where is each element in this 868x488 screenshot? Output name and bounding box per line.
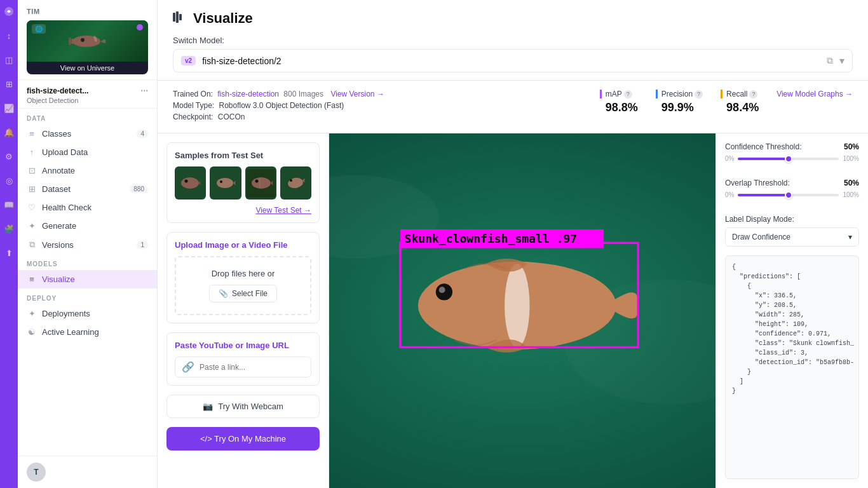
main-content: Visualize Switch Model: v2 fish-size-det… [158, 0, 868, 488]
drop-text: Drop files here or [187, 269, 299, 278]
image-area: Skunk_clownfish_small .97 [329, 133, 715, 488]
samples-grid [175, 166, 311, 200]
sidebar: TIM 🌐 View on Universe fish-size-detect [18, 0, 158, 488]
sidebar-item-deployments[interactable]: ✦ Deployments [18, 304, 157, 323]
view-test-set-link[interactable]: View Test Set → [175, 206, 311, 215]
sidebar-item-health-check[interactable]: ♡ Health Check [18, 198, 157, 217]
view-model-graphs-link[interactable]: View Model Graphs → [776, 90, 853, 98]
sample-thumb-1[interactable] [175, 166, 206, 200]
svg-point-17 [255, 179, 258, 182]
bell-icon[interactable]: 🔔 [3, 126, 15, 139]
sidebar-item-versions[interactable]: ⧉ Versions 1 [18, 235, 157, 254]
compass-icon[interactable]: ◎ [3, 174, 15, 187]
svg-point-16 [252, 177, 271, 189]
confidence-slider-track[interactable] [738, 158, 839, 160]
overlap-slider-thumb[interactable] [785, 191, 792, 199]
precision-label: Precision ? [656, 90, 703, 98]
svg-rect-8 [179, 14, 182, 20]
list-icon: ≡ [27, 129, 37, 139]
sidebar-item-annotate[interactable]: ⊡ Annotate [18, 161, 157, 180]
online-indicator [137, 24, 143, 30]
map-value: 98.8% [600, 101, 638, 114]
svg-point-10 [181, 177, 199, 189]
checkpoint-value: COCOn [218, 112, 245, 121]
sidebar-item-dataset[interactable]: ⊞ Dataset 880 [18, 180, 157, 198]
gear-icon[interactable]: ⚙ [3, 150, 15, 163]
overlap-threshold-label: Overlap Threshold: [725, 179, 790, 187]
confidence-slider-fill [738, 158, 788, 160]
fish-image [69, 32, 107, 50]
confidence-threshold-row: Confidence Threshold: 50% [725, 142, 859, 151]
sample-thumb-3[interactable] [245, 166, 276, 200]
model-type-value: Roboflow 3.0 Object Detection (Fast) [219, 101, 344, 110]
user-avatar[interactable]: T [27, 463, 46, 482]
recall-info-icon[interactable]: ? [749, 90, 757, 98]
samples-title: Samples from Test Set [175, 151, 311, 160]
url-input-row: 🔗 [175, 356, 311, 377]
url-input[interactable] [200, 363, 304, 372]
confidence-threshold-section: Confidence Threshold: 50% 0% 100% [725, 142, 859, 170]
sidebar-item-active-learning[interactable]: ☯ Active Learning [18, 323, 157, 341]
more-options-icon[interactable]: ⋯ [140, 86, 148, 95]
metrics-area: mAP ? 98.8% Precision ? 99.9% Recall ? 9… [600, 90, 853, 114]
overlap-threshold-row: Overlap Threshold: 50% [725, 179, 859, 187]
puzzle-icon[interactable]: 🧩 [3, 222, 15, 235]
svg-rect-7 [176, 11, 179, 23]
chart-icon[interactable]: 📈 [3, 102, 15, 114]
drop-zone[interactable]: Drop files here or 📎 Select File [175, 256, 311, 315]
confidence-slider-min: 0% [725, 155, 734, 162]
svg-point-26 [505, 264, 529, 347]
sidebar-item-classes[interactable]: ≡ Classes 4 [18, 125, 157, 143]
copy-icon[interactable]: ⧉ [827, 55, 833, 66]
svg-point-21 [290, 179, 292, 182]
trained-on-images: 800 Images [283, 90, 323, 98]
universe-card[interactable]: 🌐 View on Universe [27, 20, 148, 74]
recall-label: Recall ? [721, 90, 757, 98]
metric-map: mAP ? 98.8% [600, 90, 638, 114]
models-section-label: MODELS [18, 254, 157, 270]
sample-thumb-2[interactable] [210, 166, 241, 200]
select-file-button[interactable]: 📎 Select File [209, 285, 277, 302]
deploy-icon: ✦ [27, 309, 37, 318]
sidebar-top: TIM 🌐 View on Universe [18, 0, 157, 80]
sample-thumb-4[interactable] [280, 166, 311, 200]
map-info-icon[interactable]: ? [624, 90, 632, 98]
universe-label: View on Universe [27, 62, 148, 74]
sidebar-item-upload-data[interactable]: ↑ Upload Data [18, 143, 157, 161]
webcam-button[interactable]: 📷 Try With Webcam [166, 395, 320, 418]
sync-icon[interactable]: ↕ [3, 29, 15, 42]
confidence-slider-row: 0% 100% [725, 155, 859, 162]
sidebar-item-generate[interactable]: ✦ Generate [18, 217, 157, 235]
svg-point-2 [81, 38, 85, 42]
upload-icon[interactable]: ⬆ [3, 247, 15, 259]
overlap-slider-min: 0% [725, 191, 734, 198]
try-on-machine-button[interactable]: </> Try On My Machine [166, 427, 320, 451]
sidebar-user-label: TIM [27, 8, 148, 15]
grid-icon[interactable]: ⊞ [3, 78, 15, 90]
link-icon: 🔗 [182, 361, 194, 373]
book-icon[interactable]: 📖 [3, 198, 15, 211]
sidebar-item-visualize[interactable]: ≡ Visualize [18, 270, 157, 288]
precision-value: 99.9% [656, 101, 694, 114]
svg-text:Skunk_clownfish_small .97: Skunk_clownfish_small .97 [405, 232, 578, 245]
model-version-badge: v2 [181, 56, 196, 65]
samples-card: Samples from Test Set [166, 142, 320, 223]
inbox-icon[interactable]: ◫ [3, 53, 15, 66]
left-panel: Samples from Test Set [158, 133, 329, 488]
webcam-icon: 📷 [203, 402, 213, 411]
roboflow-logo-icon[interactable] [3, 5, 15, 18]
view-version-link[interactable]: View Version → [330, 90, 384, 98]
dataset-icon: ⊞ [27, 184, 37, 194]
svg-point-28 [439, 287, 445, 293]
health-icon: ♡ [27, 203, 37, 212]
confidence-slider-thumb[interactable] [785, 155, 792, 163]
precision-info-icon[interactable]: ? [695, 90, 703, 98]
overlap-slider-max: 100% [843, 191, 859, 198]
overlap-slider-track[interactable] [738, 194, 839, 196]
label-mode-dropdown[interactable]: Draw Confidence ▾ [725, 227, 859, 247]
svg-point-13 [217, 178, 233, 188]
file-icon: 📎 [219, 289, 228, 298]
model-select-dropdown[interactable]: v2 fish-size-detection/2 ⧉ ▾ [173, 49, 853, 72]
recall-value: 98.4% [721, 101, 759, 114]
url-card: Paste YouTube or Image URL 🔗 [166, 332, 320, 386]
